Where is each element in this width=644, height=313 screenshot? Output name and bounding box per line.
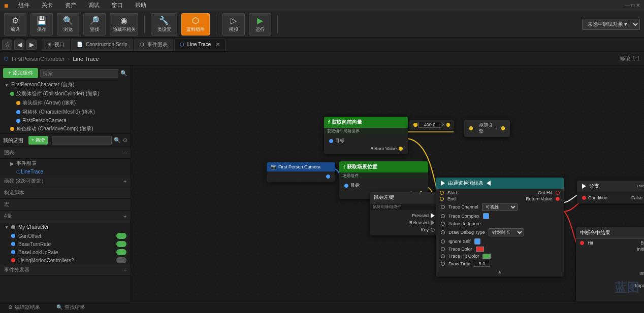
trace-hit-color-swatch[interactable] — [482, 254, 491, 259]
pin-in-start[interactable]: Start — [438, 190, 457, 195]
node-get-forward[interactable]: f 获取向前向量 获取组件局前世界 目标 Return Value — [324, 117, 408, 154]
pin-lmb-key[interactable]: Key — [370, 226, 440, 233]
new-blueprint-button[interactable]: + 新增 — [28, 136, 48, 145]
simulate-button[interactable]: ▷ 模拟 — [222, 13, 245, 36]
node-line-trace[interactable]: 由通道检测线条 Start Out Hit — [436, 178, 564, 276]
back-button[interactable]: ◀ — [14, 40, 24, 50]
status-bar: ⚙ 编译器结果 🔍 查找结果 — [0, 301, 644, 313]
ignore-self-checkbox[interactable] — [474, 238, 480, 245]
component-search-input[interactable] — [40, 69, 118, 78]
add-component-button[interactable]: + 添加组件 — [3, 68, 38, 78]
tree-arrow-root: ▼ — [4, 82, 9, 88]
graph-item-event[interactable]: ▶ 事件图表 — [0, 159, 131, 168]
add-event-dispatcher-button[interactable]: + — [123, 267, 126, 273]
pin-get-forward-return[interactable]: Return Value — [324, 145, 408, 152]
var-toggle-baseturnrate[interactable] — [116, 241, 126, 247]
pin-out-returnvalue[interactable]: Return Value — [526, 196, 562, 201]
blueprint-component-button[interactable]: ⬡ 蓝料组件 — [181, 13, 210, 36]
draw-debug-select[interactable]: 针对时长 — [489, 228, 524, 236]
pin-lmb-released[interactable]: Released — [370, 219, 440, 226]
pin-label-trace-hit-color: Trace Hit Color — [448, 254, 479, 259]
close-400[interactable]: ✕ — [441, 122, 445, 127]
menu-item-assets[interactable]: 资产 — [63, 2, 78, 9]
pin-first-person-camera-out[interactable] — [267, 173, 335, 180]
find-button[interactable]: 🔎 查找 — [83, 13, 106, 36]
compiler-results-tab[interactable]: ⚙ 编译器结果 — [4, 304, 44, 311]
tab-viewport[interactable]: ⊞ 视口 — [42, 39, 70, 51]
add-variable-button[interactable]: + — [123, 214, 126, 219]
run-button[interactable]: ▶ 运行 — [249, 13, 271, 36]
node-branch[interactable]: 分支 True Condition False — [577, 181, 644, 203]
trace-channel-select[interactable]: 可视性 — [482, 203, 518, 211]
var-toggle-gunoffset[interactable] — [116, 233, 126, 239]
graph-item-linetrace[interactable]: ⬡ LineTrace — [0, 168, 131, 176]
menu-item-level[interactable]: 关卡 — [40, 2, 55, 9]
branch-true-label-pre: True — [636, 184, 644, 189]
my-character-item[interactable]: ▼ My Character — [0, 222, 131, 232]
pin-initial-overlap[interactable]: Initial Overlap — [637, 247, 644, 252]
pin-hit-blockinghit[interactable]: Blocking Hit — [640, 240, 644, 246]
compile-button[interactable]: ⚙ 编译 — [4, 13, 26, 36]
pin-row-end-return: End Return Value — [436, 196, 564, 202]
node-add-ref[interactable]: 添加引擎 + — [464, 120, 510, 137]
save-label: 保存 — [37, 26, 46, 33]
pin-impact-point[interactable]: Impact Point — [639, 271, 644, 276]
tree-item-mesh[interactable]: 网格体 (CharacterMesh0) (继承) — [0, 108, 131, 117]
trace-color-swatch[interactable] — [476, 247, 484, 252]
class-settings-icon: 🔧 — [159, 16, 169, 25]
watermark: 蓝图 — [615, 280, 639, 296]
draw-time-input[interactable] — [474, 261, 490, 267]
menu-item-components[interactable]: 组件 — [16, 2, 31, 9]
pin-dot-trace-color — [441, 247, 445, 251]
tab-event-graph[interactable]: ⬡ 事件图表 — [134, 39, 173, 51]
tab-viewport-icon: ⊞ — [47, 42, 51, 47]
class-settings-button[interactable]: 🔧 类设置 — [151, 13, 177, 36]
tab-line-trace-close[interactable]: ✕ — [216, 42, 220, 47]
tree-item-char-move[interactable]: 角色移动 (CharMoveComp) (继承) — [0, 124, 131, 133]
pin-get-actor-loc-target[interactable]: 目标 — [339, 181, 428, 190]
node-value-400[interactable]: ✕ — [409, 120, 454, 130]
pin-lmb-pressed[interactable]: Pressed — [370, 212, 440, 219]
browse-button[interactable]: 🔍 浏览 — [57, 13, 79, 36]
add-function-button[interactable]: + — [123, 179, 126, 184]
var-toggle-motioncontrollers[interactable] — [116, 257, 126, 263]
find-results-tab[interactable]: 🔍 查找结果 — [52, 304, 89, 311]
hide-unrelated-button[interactable]: ◉ 隐藏不相关 — [110, 13, 138, 36]
forward-button[interactable]: ▶ — [26, 40, 37, 50]
blueprint-search-input[interactable] — [52, 136, 112, 145]
browse-label: 浏览 — [63, 26, 73, 33]
tree-item-root[interactable]: ▼ FirstPersonCharacter (自身) — [0, 80, 131, 89]
tab-construction-script[interactable]: 📄 Construction Scrip — [71, 39, 133, 51]
menu-item-window[interactable]: 窗口 — [110, 2, 125, 9]
node-lmb[interactable]: 鼠标左键 鼠标组缘组成件 Pressed Released Key — [370, 192, 440, 235]
blueprint-canvas[interactable]: f 获取向前向量 获取组件局前世界 目标 Return Value ✕ — [131, 66, 644, 301]
trace-complex-checkbox[interactable] — [483, 213, 489, 219]
tree-item-camera[interactable]: FirstPersonCamera — [0, 117, 131, 124]
save-button[interactable]: 💾 保存 — [30, 13, 53, 36]
var-label-baselookuprate: BaseLookUpRate — [18, 250, 58, 255]
breadcrumb-first[interactable]: FirstPersonCharacter — [12, 56, 65, 62]
var-toggle-baselookuprate[interactable] — [116, 249, 126, 255]
node-line-trace-collapse[interactable]: ▲ — [436, 268, 564, 275]
tab-bar: ☆ ◀ ▶ ⊞ 视口 📄 Construction Scrip ⬡ 事件图表 ⬡… — [0, 38, 644, 52]
pin-dot-hit-in — [580, 241, 584, 245]
node-first-person-camera[interactable]: 📷 First Person Camera — [267, 162, 335, 182]
pin-out-outhit[interactable]: Out Hit — [538, 190, 562, 195]
menu-item-debug[interactable]: 调试 — [86, 2, 102, 9]
bookmark-button[interactable]: ☆ — [2, 40, 12, 50]
pin-in-end[interactable]: End — [438, 196, 456, 201]
node-get-actor-loc-subtitle: 场景组件 — [339, 172, 428, 179]
debug-combo[interactable]: 未选中调试对象▼ — [582, 19, 640, 30]
add-graph-button[interactable]: + — [123, 150, 126, 156]
pin-dot-actors-ignore — [441, 222, 445, 226]
pin-hit-in[interactable]: Hit — [578, 240, 593, 246]
menu-item-help[interactable]: 帮助 — [133, 2, 148, 9]
tree-item-arrow[interactable]: 前头组件 (Arrow) (继承) — [0, 98, 131, 108]
pin-trace-channel: Trace Channel 可视性 — [436, 202, 564, 212]
pin-branch-condition[interactable]: Condition False — [577, 194, 644, 201]
pin-get-forward-target[interactable]: 目标 — [324, 136, 408, 145]
tab-line-trace[interactable]: ⬡ Line Trace ✕ — [174, 39, 226, 51]
input-value-400[interactable] — [418, 122, 441, 128]
main-area: + 添加组件 🔍 ▼ FirstPersonCharacter (自身) 胶囊体… — [0, 66, 644, 301]
tree-item-collision[interactable]: 胶囊体组件 (CollisionCylinder) (继承) — [0, 89, 131, 98]
